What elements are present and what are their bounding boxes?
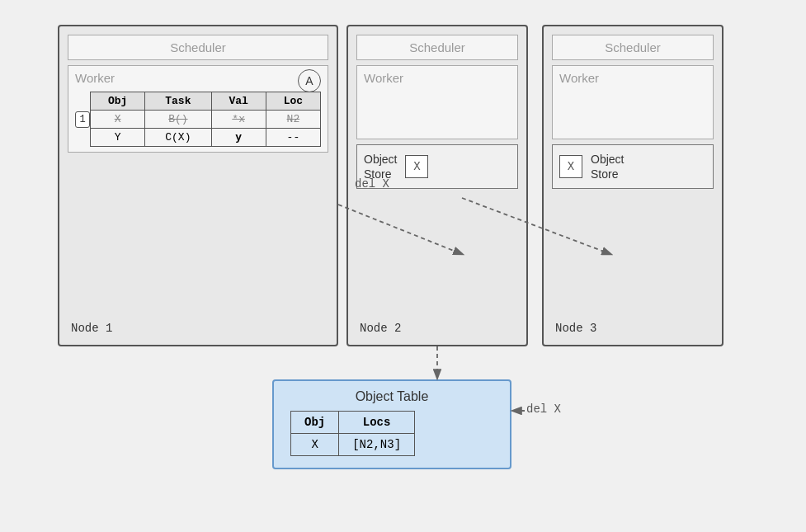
table-row: Y C(X) y -- [91,129,321,147]
node2-object-x: X [405,155,428,178]
node1-worker-label: Worker [75,71,115,85]
th-obj: Obj [91,92,145,111]
object-table: Obj Locs X [N2,N3] [290,411,415,456]
cell-val-1: *x [211,111,266,129]
node1-worker-circle: A [298,69,321,92]
node3-scheduler-label: Scheduler [605,40,661,54]
obj-cell-locs: [N2,N3] [339,434,415,456]
node1-scheduler-label: Scheduler [170,40,226,54]
canvas: Scheduler Worker A 1 Obj Task Val Loc [0,0,806,532]
node1-worker: Worker A 1 Obj Task Val Loc [68,65,328,153]
node3-worker: Worker [552,65,714,139]
object-table-container: Object Table Obj Locs X [N2,N3] [272,379,511,469]
node3-object-store: X ObjectStore [552,144,714,189]
cell-obj-2: Y [91,129,145,147]
node1-box: Scheduler Worker A 1 Obj Task Val Loc [58,25,338,346]
node3-store-label: ObjectStore [591,152,624,181]
table-row: X B() *x N2 [91,111,321,129]
obj-th-obj: Obj [291,412,339,434]
node2-scheduler: Scheduler [356,35,518,60]
node3-box: Scheduler Worker X ObjectStore Node 3 [542,25,724,346]
obj-cell-obj: X [291,434,339,456]
node3-object-x: X [559,155,582,178]
task-table: Obj Task Val Loc X B() *x N2 [90,92,321,147]
node1-label: Node 1 [71,322,112,335]
node1-scheduler: Scheduler [68,35,328,60]
cell-val-2: y [211,129,266,147]
cell-loc-1: N2 [266,111,320,129]
cell-loc-2: -- [266,129,320,147]
cell-task-1: B() [145,111,211,129]
node2-label: Node 2 [360,322,401,335]
node2-worker-label: Worker [364,71,403,85]
node3-worker-label: Worker [559,71,599,85]
cell-obj-1: X [91,111,145,129]
row-badge: 1 [75,111,90,128]
cell-task-2: C(X) [145,129,211,147]
del-x-top-label: del X [355,177,389,191]
node3-scheduler: Scheduler [552,35,714,60]
node2-scheduler-label: Scheduler [409,40,465,54]
th-val: Val [211,92,266,111]
node3-label: Node 3 [555,322,596,335]
obj-th-locs: Locs [339,412,415,434]
obj-table-row: X [N2,N3] [291,434,415,456]
del-x-bottom-label: del X [526,403,561,416]
th-loc: Loc [266,92,320,111]
object-table-title: Object Table [290,389,493,404]
th-task: Task [145,92,211,111]
node2-worker: Worker [356,65,518,139]
